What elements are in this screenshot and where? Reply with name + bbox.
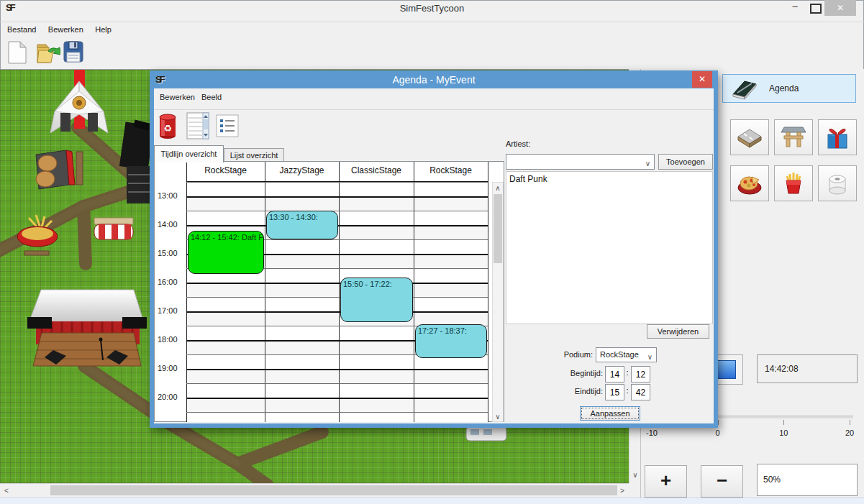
menu-bestand[interactable]: Bestand [3,23,40,36]
shop-item-road-tile[interactable] [730,119,769,155]
minimize-button[interactable]: – [786,0,804,14]
column-header: RockStage [186,165,265,175]
slider-tick-label: 10 [769,429,798,437]
schedule-event[interactable]: 17:27 - 18:37: [415,324,487,358]
scroll-left-icon[interactable]: < [1,487,12,495]
white-van [466,426,506,441]
maximize-button[interactable] [810,4,822,14]
main-titlebar: SF SimFestTycoon – ✕ [0,0,864,16]
grid-line [186,283,488,284]
scrollbar-thumb[interactable] [494,194,502,263]
podium-combobox[interactable]: RockStage ∨ [596,347,657,362]
toilet-paper-icon [824,170,851,197]
agenda-book-icon [730,77,759,100]
window-title: SimFestTycoon [0,3,864,14]
shop-item-stage-gate[interactable] [774,119,813,155]
menu-bewerken[interactable]: Bewerken [44,23,88,36]
tab-tijdlijn-overzicht[interactable]: Tijdlijn overzicht [154,145,224,162]
shop-item-fries[interactable] [774,165,813,201]
tab-lijst-overzicht[interactable]: Lijst overzicht [224,148,284,162]
time-label: 17:00 [158,306,178,315]
podium-label: Podium: [528,350,593,359]
save-button[interactable] [63,41,83,65]
delete-event-button[interactable]: ♻ [157,113,178,140]
time-label: 15:00 [158,249,178,257]
end-minute-input[interactable] [631,384,650,400]
shop-item-gift[interactable] [818,119,857,155]
schedule-scrollbar[interactable]: ∧ ∨ [492,182,504,422]
schedule-grid-layer: RockStageJazzyStageClassicStageRockStage… [155,162,504,421]
main-window: SF SimFestTycoon – ✕ Bestand Bewerken He… [0,0,864,504]
main-toolbar [0,37,864,68]
game-clock: 14:42:08 [757,354,858,383]
artist-label: Artiest: [506,139,530,148]
burger-stand [36,150,83,189]
end-time-label: Eindtijd: [528,387,603,395]
new-file-button[interactable] [7,40,27,68]
scroll-up-icon[interactable]: ∧ [493,184,503,192]
time-label: 18:00 [158,335,178,344]
dialog-menu-beeld[interactable]: Beeld [197,91,226,104]
status-bar [0,498,864,504]
stage-gate-icon [780,124,807,151]
pizza-icon [736,170,763,197]
schedule-event[interactable]: 13:30 - 14:30: [266,211,338,239]
grid-line [488,162,488,422]
artist-list[interactable]: Daft Punk [506,171,713,324]
time-label: 19:00 [158,364,178,372]
fries-stand [17,215,58,255]
shop-item-toilet-paper[interactable] [818,165,857,201]
scroll-right-icon[interactable]: > [617,487,627,495]
grid-line [186,369,488,370]
separator [154,109,714,110]
grid-line [186,211,488,211]
dialog-content: Bewerken Beeld ♻ [154,88,714,423]
list-view-icon [186,111,210,140]
grid-line [186,412,488,413]
slider-tick-label: 20 [835,429,864,437]
time-label: 20:00 [158,393,178,401]
column-header: JazzyStage [265,165,339,175]
zoom-in-button[interactable]: + [645,465,687,498]
apply-button[interactable]: Aanpassen [580,406,640,421]
menu-help[interactable]: Help [91,23,116,36]
open-file-button[interactable] [35,42,60,68]
dialog-close-button[interactable]: ✕ [692,71,712,88]
main-menubar: Bestand Bewerken Help [0,22,864,37]
column-header: ClassicStage [339,165,414,175]
svg-text:♻: ♻ [163,123,172,134]
slider-tick [850,420,850,425]
grid-line [186,182,488,183]
schedule-event[interactable]: 15:50 - 17:22: [340,278,413,321]
list-view-button[interactable] [186,111,210,140]
grid-line [186,297,488,298]
scroll-down-icon[interactable]: ∨ [629,471,641,479]
artist-combobox[interactable]: ∨ [506,154,655,170]
scroll-down-icon[interactable]: ∨ [493,413,503,421]
time-separator: : [624,368,631,377]
details-view-button[interactable] [216,114,239,137]
grid-line [186,398,488,399]
slider-tick-label: 0 [704,429,732,437]
close-button[interactable]: ✕ [824,0,856,16]
dialog-titlebar[interactable]: SF Agenda - MyEvent ✕ [150,70,718,88]
zoom-out-button[interactable]: − [701,465,743,498]
start-minute-input[interactable] [631,366,650,382]
schedule-event[interactable]: 14:12 - 15:42: Daft P [188,231,264,274]
time-label: 16:00 [158,278,178,286]
save-icon [63,41,83,63]
agenda-button[interactable]: Agenda [722,74,856,103]
shop-item-pizza[interactable] [730,165,769,201]
main-stage [27,290,147,366]
start-hour-input[interactable] [605,366,624,382]
end-hour-input[interactable] [605,384,624,400]
dialog-title: Agenda - MyEvent [150,74,718,86]
striped-stand [94,218,133,239]
dialog-menu-bewerken[interactable]: Bewerken [155,91,199,104]
remove-button[interactable]: Verwijderen [647,324,709,339]
play-icon [717,360,736,379]
scrollbar-thumb[interactable] [50,485,617,495]
slider-tick-label: -10 [637,429,666,437]
list-item[interactable]: Daft Punk [506,172,712,186]
add-artist-button[interactable]: Toevoegen [658,154,713,170]
